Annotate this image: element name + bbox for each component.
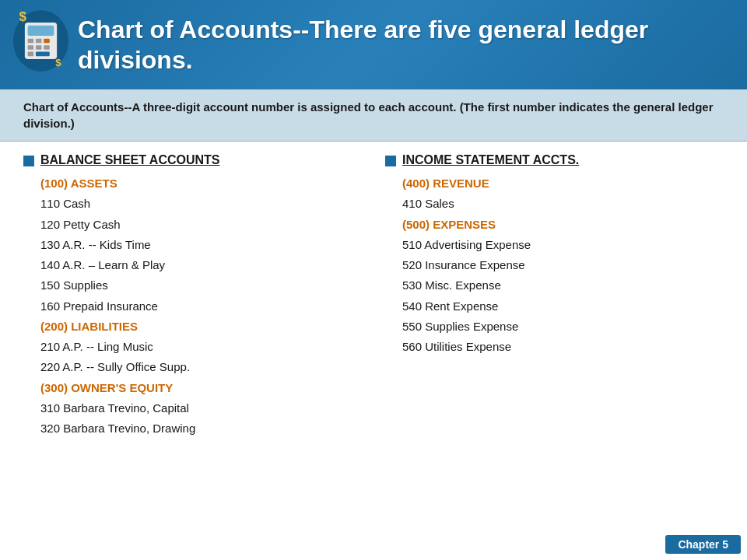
list-item: 550 Supplies Expense (402, 317, 724, 337)
svg-text:$: $ (55, 57, 61, 68)
list-item: 210 A.P. -- Ling Music (40, 337, 362, 357)
bullet-square-right (385, 156, 396, 166)
left-account-list: (100) ASSETS110 Cash120 Petty Cash130 A.… (40, 173, 362, 439)
list-item: 140 A.R. – Learn & Play (40, 255, 362, 275)
list-item: 220 A.P. -- Sully Office Supp. (40, 357, 362, 377)
left-column-heading: BALANCE SHEET ACCOUNTS (23, 153, 362, 167)
svg-rect-4 (36, 39, 42, 44)
list-item: (500) EXPENSES (402, 215, 724, 235)
subtitle-text: Chart of Accounts--A three-digit account… (23, 99, 724, 131)
svg-rect-6 (28, 45, 34, 50)
list-item: (100) ASSETS (40, 173, 362, 194)
list-item: 540 Rent Expense (402, 296, 724, 317)
right-column: INCOME STATEMENT ACCTS. (400) REVENUE410… (385, 153, 724, 548)
svg-rect-7 (36, 45, 42, 50)
list-item: 110 Cash (40, 194, 362, 214)
header-title: Chart of Accounts--There are five genera… (78, 15, 648, 75)
subtitle-bar: Chart of Accounts--A three-digit account… (0, 89, 747, 142)
right-column-heading: INCOME STATEMENT ACCTS. (385, 153, 724, 167)
list-item: 150 Supplies (40, 275, 362, 296)
svg-text:$: $ (19, 9, 26, 24)
svg-rect-3 (28, 39, 34, 44)
main-content: BALANCE SHEET ACCOUNTS (100) ASSETS110 C… (0, 142, 747, 560)
list-item: 320 Barbara Trevino, Drawing (40, 418, 362, 439)
right-column-heading-text: INCOME STATEMENT ACCTS. (402, 153, 579, 167)
svg-rect-8 (44, 45, 50, 50)
left-column-heading-text: BALANCE SHEET ACCOUNTS (40, 153, 220, 167)
svg-rect-2 (28, 26, 54, 36)
header-title-text: Chart of Accounts--There are five genera… (78, 15, 648, 75)
list-item: (200) LIABILITIES (40, 317, 362, 337)
chapter-badge: Chapter 5 (665, 535, 741, 554)
svg-rect-10 (36, 52, 50, 57)
list-item: 120 Petty Cash (40, 215, 362, 235)
list-item: 560 Utilities Expense (402, 337, 724, 357)
slide-container: 6 $ $ (0, 0, 747, 560)
list-item: (300) OWNER'S EQUITY (40, 378, 362, 398)
right-account-list: (400) REVENUE410 Sales(500) EXPENSES510 … (402, 173, 724, 357)
left-column: BALANCE SHEET ACCOUNTS (100) ASSETS110 C… (23, 153, 362, 548)
list-item: 130 A.R. -- Kids Time (40, 235, 362, 255)
list-item: 510 Advertising Expense (402, 235, 724, 255)
list-item: 310 Barbara Trevino, Capital (40, 398, 362, 418)
list-item: 520 Insurance Expense (402, 255, 724, 275)
svg-rect-9 (28, 52, 34, 57)
list-item: (400) REVENUE (402, 173, 724, 194)
bullet-square-left (23, 156, 34, 166)
svg-rect-5 (44, 39, 50, 44)
list-item: 530 Misc. Expense (402, 275, 724, 296)
header-icon: $ $ (12, 8, 70, 74)
list-item: 160 Prepaid Insurance (40, 296, 362, 317)
list-item: 410 Sales (402, 194, 724, 214)
header-banner: $ $ Chart of Accounts--There are five ge… (0, 0, 747, 89)
